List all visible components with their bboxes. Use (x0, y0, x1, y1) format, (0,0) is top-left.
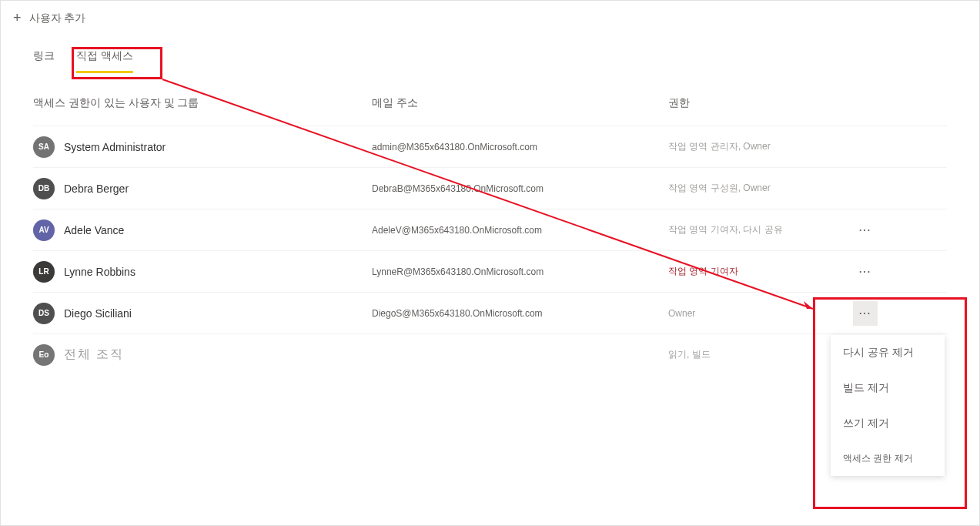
menu-remove-build[interactable]: 빌드 제거 (831, 370, 945, 406)
ellipsis-icon: ··· (859, 308, 871, 319)
table-row: AVAdele VanceAdeleV@M365x643180.OnMicros… (33, 209, 947, 250)
menu-remove-reshare[interactable]: 다시 공유 제거 (831, 335, 945, 370)
table-row: LRLynne RobbinsLynneR@M365x643180.OnMicr… (33, 250, 947, 292)
table-row: DSDiego SicilianiDiegoS@M365x643180.OnMi… (33, 292, 947, 333)
menu-remove-access[interactable]: 액세스 권한 제거 (831, 441, 945, 476)
user-email: DebraB@M365x643180.OnMicrosoft.com (372, 183, 668, 194)
user-name: 전체 조직 (64, 347, 124, 363)
header-users: 액세스 권한이 있는 사용자 및 그룹 (33, 96, 372, 110)
table-row: Eo전체 조직읽기, 빌드 (33, 333, 947, 375)
header-email: 메일 주소 (372, 96, 668, 110)
header-permission: 권한 (668, 96, 947, 110)
user-name: Lynne Robbins (64, 266, 135, 278)
access-table: 액세스 권한이 있는 사용자 및 그룹 메일 주소 권한 SASystem Ad… (1, 73, 979, 375)
user-cell: DBDebra Berger (33, 178, 372, 199)
context-menu: 다시 공유 제거 빌드 제거 쓰기 제거 액세스 권한 제거 (831, 335, 945, 476)
user-cell: AVAdele Vance (33, 219, 372, 241)
plus-icon: + (13, 10, 22, 26)
permission-text: 작업 영역 기여자 (668, 265, 853, 278)
user-cell: Eo전체 조직 (33, 344, 372, 366)
more-options-button[interactable]: ··· (853, 301, 878, 326)
user-name: Adele Vance (64, 224, 124, 236)
table-row: DBDebra BergerDebraB@M365x643180.OnMicro… (33, 167, 947, 209)
user-permission: 작업 영역 기여자··· (668, 260, 947, 284)
user-name: Debra Berger (64, 183, 129, 195)
permission-text: 작업 영역 기여자, 다시 공유 (668, 223, 853, 236)
add-user-label: 사용자 추가 (29, 12, 86, 25)
user-cell: LRLynne Robbins (33, 261, 372, 283)
permission-text: 작업 영역 관리자, Owner (668, 140, 947, 153)
user-cell: SASystem Administrator (33, 136, 372, 158)
avatar: SA (33, 136, 55, 158)
user-email: AdeleV@M365x643180.OnMicrosoft.com (372, 225, 668, 236)
avatar: DB (33, 178, 55, 199)
user-permission: Owner··· (668, 301, 947, 326)
ellipsis-icon: ··· (859, 225, 871, 236)
user-name: System Administrator (64, 141, 166, 153)
table-header: 액세스 권한이 있는 사용자 및 그룹 메일 주소 권한 (33, 96, 947, 126)
user-permission: 작업 영역 기여자, 다시 공유··· (668, 218, 947, 243)
user-email: admin@M365x643180.OnMicrosoft.com (372, 142, 668, 152)
tab-direct-access[interactable]: 직접 액세스 (76, 49, 133, 73)
tab-links[interactable]: 링크 (33, 49, 55, 73)
avatar: DS (33, 303, 55, 324)
table-row: SASystem Administratoradmin@M365x643180.… (33, 126, 947, 167)
user-email: DiegoS@M365x643180.OnMicrosoft.com (372, 308, 668, 319)
user-name: Diego Siciliani (64, 307, 132, 320)
tabs: 링크 직접 액세스 (1, 35, 979, 73)
menu-remove-write[interactable]: 쓰기 제거 (831, 406, 945, 441)
add-user-button[interactable]: + 사용자 추가 (13, 10, 85, 26)
avatar: Eo (33, 344, 55, 366)
more-options-button[interactable]: ··· (853, 260, 878, 284)
toolbar: + 사용자 추가 (1, 1, 979, 35)
user-email: LynneR@M365x643180.OnMicrosoft.com (372, 266, 668, 277)
user-permission: 작업 영역 관리자, Owner (668, 140, 947, 153)
permission-text: Owner (668, 308, 853, 319)
avatar: AV (33, 219, 55, 241)
user-cell: DSDiego Siciliani (33, 303, 372, 324)
avatar: LR (33, 261, 55, 283)
ellipsis-icon: ··· (859, 266, 871, 277)
permission-text: 작업 영역 구성원, Owner (668, 182, 947, 195)
user-permission: 작업 영역 구성원, Owner (668, 182, 947, 195)
more-options-button[interactable]: ··· (853, 218, 878, 243)
